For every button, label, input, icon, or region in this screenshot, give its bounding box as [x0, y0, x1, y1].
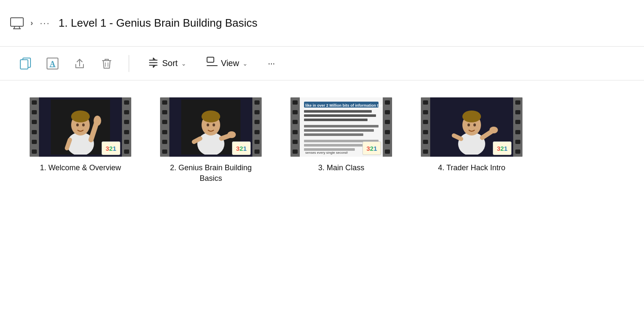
toolbar: A Sort: [0, 47, 644, 80]
view-button[interactable]: View ⌄: [202, 53, 253, 73]
video-thumb-4: 321: [421, 97, 522, 157]
film-strip-left-4: [421, 97, 430, 157]
video-label-3: 3. Main Class: [318, 163, 364, 173]
svg-rect-37: [304, 110, 372, 113]
video-tile-1[interactable]: 321 1. Welcome & Overview: [25, 97, 135, 184]
top-bar: › ··· 1. Level 1 - Genius Brain Building…: [0, 0, 644, 47]
sort-icon: [148, 57, 159, 70]
svg-point-55: [489, 127, 498, 133]
svg-point-51: [462, 111, 481, 122]
sort-chevron: ⌄: [181, 60, 186, 67]
video-label-2: 2. Genius Brain Building Basics: [160, 163, 262, 184]
svg-point-33: [227, 131, 236, 138]
share-button[interactable]: [71, 55, 88, 72]
badge-321-4: 321: [493, 141, 511, 155]
svg-rect-0: [11, 18, 23, 26]
film-strip-right-4: [513, 97, 522, 157]
breadcrumb-more[interactable]: ···: [40, 18, 50, 29]
video-tile-4[interactable]: 321 4. Trader Hack Intro: [417, 97, 527, 184]
toolbar-divider: [129, 55, 129, 72]
copy-button[interactable]: [17, 55, 34, 72]
computer-icon: [10, 17, 24, 29]
view-label: View: [221, 58, 239, 68]
video-thumb-2: 321: [160, 97, 262, 157]
sort-label: Sort: [162, 58, 178, 68]
svg-rect-41: [304, 129, 374, 132]
svg-rect-44: [304, 144, 370, 147]
content-area: 321 1. Welcome & Overview: [0, 80, 644, 201]
svg-text:like in over 2 Million bits of: like in over 2 Million bits of informati…: [305, 103, 383, 108]
film-strip-left-3: [290, 97, 300, 157]
video-tile-3[interactable]: like in over 2 Million bits of informati…: [286, 97, 396, 184]
film-strip-right-2: [252, 97, 262, 157]
svg-rect-15: [207, 57, 214, 62]
svg-rect-42: [304, 133, 363, 136]
svg-point-22: [82, 124, 85, 127]
video-thumb-3: like in over 2 Million bits of informati…: [290, 97, 392, 157]
page-title: 1. Level 1 - Genius Brain Building Basic…: [58, 17, 257, 30]
svg-rect-39: [304, 119, 368, 121]
svg-point-52: [467, 124, 470, 127]
svg-point-24: [94, 116, 101, 126]
video-tile-2[interactable]: 321 2. Genius Brain Building Basics: [156, 97, 266, 184]
view-chevron: ⌄: [243, 60, 248, 67]
film-strip-right-3: [383, 97, 392, 157]
video-thumb-1: 321: [30, 97, 131, 157]
svg-text:senses every single second!: senses every single second!: [305, 151, 348, 155]
video-label-1: 1. Welcome & Overview: [40, 163, 121, 173]
svg-line-25: [67, 140, 70, 148]
svg-point-53: [473, 124, 476, 127]
badge-321-3: 321: [362, 141, 381, 155]
svg-point-20: [71, 111, 90, 122]
svg-line-34: [194, 138, 200, 142]
video-label-4: 4. Trader Hack Intro: [438, 163, 505, 173]
breadcrumb-chevron: ›: [30, 19, 33, 28]
svg-point-30: [207, 124, 209, 127]
sort-button[interactable]: Sort ⌄: [143, 53, 191, 73]
svg-point-31: [213, 124, 215, 127]
film-strip-left-1: [30, 97, 39, 157]
view-icon: [207, 57, 218, 70]
svg-rect-40: [304, 125, 379, 127]
more-options-label: ···: [268, 58, 275, 68]
svg-rect-38: [304, 114, 376, 117]
film-strip-right-1: [122, 97, 131, 157]
more-options-button[interactable]: ···: [263, 55, 280, 72]
rename-button[interactable]: A: [44, 55, 61, 72]
svg-rect-5: [20, 60, 28, 69]
badge-321-2: 321: [232, 141, 251, 155]
delete-button[interactable]: [98, 55, 115, 72]
badge-321-1: 321: [102, 141, 120, 155]
film-strip-left-2: [160, 97, 169, 157]
svg-point-29: [202, 111, 220, 122]
svg-point-21: [76, 124, 79, 127]
